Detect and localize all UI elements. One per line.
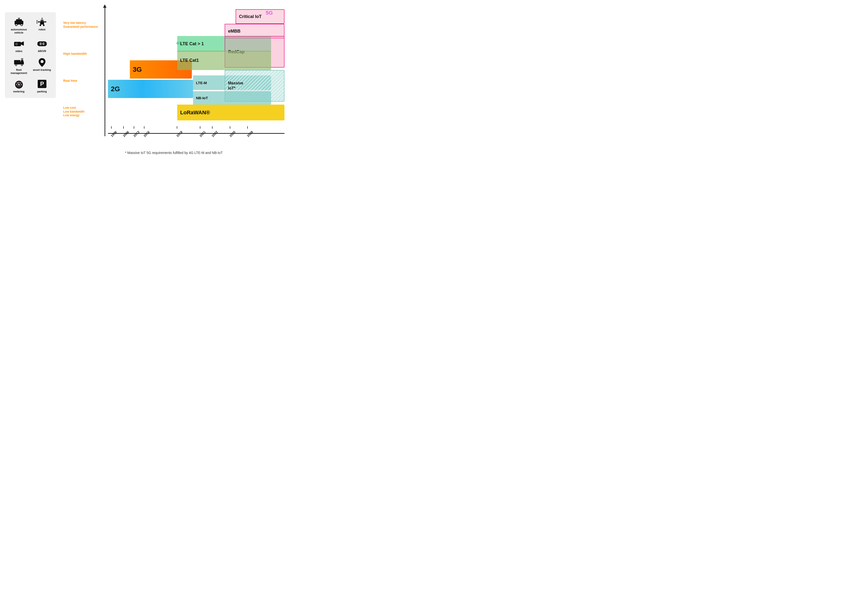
arvr-icon [36,39,48,48]
x-tick-1996: 1996 [108,126,115,134]
svg-point-9 [41,20,41,21]
fleet-icon [13,57,25,67]
svg-rect-11 [38,22,40,22]
robot-icon [36,17,48,27]
robot-label: robot [38,28,45,31]
bar-2g: 2G [108,80,193,98]
svg-rect-22 [40,42,41,45]
parking-label: parking [37,90,47,93]
chart-area: Very low latencyGuaranteed performance H… [63,7,284,155]
chart-wrapper: Very low latencyGuaranteed performance H… [63,7,284,143]
svg-point-16 [41,18,43,19]
y-labels: Very low latencyGuaranteed performance H… [63,7,102,143]
bar-nb-iot: NB-IoT [193,91,271,104]
svg-rect-12 [44,22,46,22]
car-icon [13,17,25,27]
x-tick-line-2028 [247,126,248,129]
x-tick-label-2018: 2018 [176,130,183,138]
y-label-highbw: High bandwidth [63,52,102,56]
svg-rect-13 [40,25,41,26]
svg-point-5 [21,24,22,26]
x-tick-line-2021 [200,126,200,129]
x-tick-2021: 2021 [197,126,204,134]
x-tick-2018: 2018 [173,126,181,134]
x-tick-label-2006: 2006 [122,130,130,138]
x-tick-line-1996 [111,126,112,129]
y-label-realtime: Real time [63,79,102,83]
icon-item-fleet: fleet management [9,57,29,75]
icon-item-parking: P parking [32,79,52,93]
bar-critical-iot: Critical IoT [236,9,284,24]
bar-critical-iot-label: Critical IoT [236,14,262,19]
pin-icon [36,57,48,67]
svg-point-35 [41,60,43,63]
svg-point-34 [21,59,23,60]
y-label-lowcost: Low costLow bandwidthLow energy [63,106,102,117]
svg-marker-18 [21,41,24,46]
metering-label: metering [13,90,24,93]
x-tick-2025: 2025 [227,126,234,134]
bar-lte-cat1-label: LTE Cat1 [177,58,199,63]
bar-lte-m-label: LTE-M [193,81,207,85]
x-tick-2016: 2016 [141,126,148,134]
bar-nb-iot-label: NB-IoT [193,96,208,100]
svg-rect-29 [21,60,23,62]
bars-container: Critical IoT eMBB LTE Cat > 1 RedCap [108,7,284,126]
icon-item-robot: robot [32,17,52,31]
svg-point-10 [42,20,43,21]
x-tick-line-2018 [177,126,177,129]
bar-lorawan: LoRaWAN® [177,104,284,120]
x-tick-label-2028: 2028 [246,130,254,138]
svg-text:P: P [40,80,44,87]
gauge-icon [13,79,25,89]
bar-lte-cat1: LTE Cat1 [177,51,271,70]
parking-icon: P [36,79,48,89]
bar-2g-label: 2G [108,85,120,93]
autonomous-vehicle-label: autonomous vehicle [9,28,29,34]
svg-point-44 [18,84,20,85]
icon-item-arvr: AR/VR [32,39,52,53]
icon-item-asset-tracking: asset tracking [32,57,52,72]
x-tick-label-2022: 2022 [211,130,218,138]
v-axis-arrow [103,5,106,8]
icon-item-autonomous-vehicle: autonomous vehicle [9,17,29,34]
bar-3g-label: 3G [130,66,142,74]
x-tick-line-2025 [230,126,230,129]
svg-point-31 [15,64,17,65]
chart-inner: 5G 4G Critical IoT eMBB LTE Cat > 1 [104,7,284,143]
svg-rect-1 [16,19,22,22]
x-tick-label-2013: 2013 [132,130,140,138]
bar-lorawan-label: LoRaWAN® [177,109,210,116]
x-tick-label-2025: 2025 [229,130,236,138]
x-tick-line-2013 [134,126,134,129]
left-panel: autonomous vehicle [5,12,56,98]
bar-massive-iot-label: MassiveIoT* [225,81,243,91]
x-tick-line-2016 [144,126,144,129]
v-axis [104,7,105,136]
x-tick-2022: 2022 [209,126,216,134]
video-label: video [15,50,22,53]
svg-rect-7 [40,21,44,25]
y-label-critical: Very low latencyGuaranteed performance [63,21,102,29]
icon-item-video: video [9,39,29,53]
fleet-label: fleet management [9,68,29,75]
x-tick-2006: 2006 [120,126,127,134]
x-tick-label-2016: 2016 [143,130,150,138]
svg-point-33 [21,64,22,65]
x-ticks-container: 1996 2006 2013 2016 [108,119,284,143]
x-tick-line-2006 [123,126,124,129]
svg-point-4 [15,24,17,26]
main-container: autonomous vehicle [5,7,284,155]
x-tick-2013: 2013 [130,126,138,134]
svg-rect-27 [14,60,20,64]
x-tick-2028: 2028 [244,126,251,134]
svg-rect-14 [43,25,44,26]
bar-lte-cat-gt1-label: LTE Cat > 1 [177,41,204,46]
x-tick-line-2022 [212,126,213,129]
svg-rect-23 [43,42,44,45]
footnote: * Massive IoT 5G requirements fulfilled … [63,151,284,155]
icon-item-metering: metering [9,79,29,93]
arvr-label: AR/VR [38,50,46,53]
svg-point-6 [18,19,19,20]
svg-point-20 [16,43,17,45]
